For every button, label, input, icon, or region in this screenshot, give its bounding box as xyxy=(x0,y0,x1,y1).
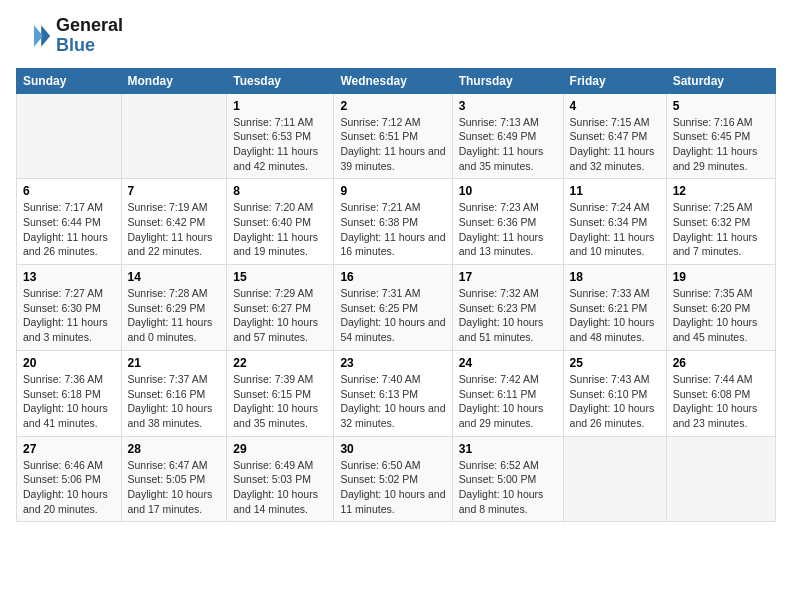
calendar-cell xyxy=(121,93,227,179)
calendar-cell xyxy=(563,436,666,522)
calendar-cell: 22 Sunrise: 7:39 AMSunset: 6:15 PMDaylig… xyxy=(227,350,334,436)
calendar-cell: 15 Sunrise: 7:29 AMSunset: 6:27 PMDaylig… xyxy=(227,265,334,351)
calendar-cell: 30 Sunrise: 6:50 AMSunset: 5:02 PMDaylig… xyxy=(334,436,452,522)
day-number: 12 xyxy=(673,184,769,198)
calendar-cell: 4 Sunrise: 7:15 AMSunset: 6:47 PMDayligh… xyxy=(563,93,666,179)
calendar-cell: 12 Sunrise: 7:25 AMSunset: 6:32 PMDaylig… xyxy=(666,179,775,265)
day-info: Sunrise: 7:28 AMSunset: 6:29 PMDaylight:… xyxy=(128,286,221,345)
day-info: Sunrise: 7:42 AMSunset: 6:11 PMDaylight:… xyxy=(459,372,557,431)
calendar-cell: 25 Sunrise: 7:43 AMSunset: 6:10 PMDaylig… xyxy=(563,350,666,436)
day-info: Sunrise: 6:47 AMSunset: 5:05 PMDaylight:… xyxy=(128,458,221,517)
calendar-cell xyxy=(17,93,122,179)
day-number: 25 xyxy=(570,356,660,370)
day-info: Sunrise: 6:50 AMSunset: 5:02 PMDaylight:… xyxy=(340,458,445,517)
calendar-cell: 20 Sunrise: 7:36 AMSunset: 6:18 PMDaylig… xyxy=(17,350,122,436)
calendar-cell: 18 Sunrise: 7:33 AMSunset: 6:21 PMDaylig… xyxy=(563,265,666,351)
day-number: 24 xyxy=(459,356,557,370)
weekday-header-row: SundayMondayTuesdayWednesdayThursdayFrid… xyxy=(17,68,776,93)
logo: General Blue xyxy=(16,16,123,56)
day-number: 30 xyxy=(340,442,445,456)
day-info: Sunrise: 6:49 AMSunset: 5:03 PMDaylight:… xyxy=(233,458,327,517)
day-info: Sunrise: 7:13 AMSunset: 6:49 PMDaylight:… xyxy=(459,115,557,174)
calendar-cell: 17 Sunrise: 7:32 AMSunset: 6:23 PMDaylig… xyxy=(452,265,563,351)
day-info: Sunrise: 7:12 AMSunset: 6:51 PMDaylight:… xyxy=(340,115,445,174)
weekday-header-friday: Friday xyxy=(563,68,666,93)
day-number: 2 xyxy=(340,99,445,113)
day-number: 11 xyxy=(570,184,660,198)
weekday-header-saturday: Saturday xyxy=(666,68,775,93)
day-number: 1 xyxy=(233,99,327,113)
day-number: 5 xyxy=(673,99,769,113)
day-number: 27 xyxy=(23,442,115,456)
calendar-cell xyxy=(666,436,775,522)
day-number: 22 xyxy=(233,356,327,370)
day-number: 19 xyxy=(673,270,769,284)
calendar-week-2: 6 Sunrise: 7:17 AMSunset: 6:44 PMDayligh… xyxy=(17,179,776,265)
day-number: 31 xyxy=(459,442,557,456)
day-number: 26 xyxy=(673,356,769,370)
day-info: Sunrise: 7:25 AMSunset: 6:32 PMDaylight:… xyxy=(673,200,769,259)
calendar-cell: 24 Sunrise: 7:42 AMSunset: 6:11 PMDaylig… xyxy=(452,350,563,436)
day-number: 20 xyxy=(23,356,115,370)
calendar-cell: 27 Sunrise: 6:46 AMSunset: 5:06 PMDaylig… xyxy=(17,436,122,522)
day-info: Sunrise: 7:17 AMSunset: 6:44 PMDaylight:… xyxy=(23,200,115,259)
day-number: 23 xyxy=(340,356,445,370)
day-number: 13 xyxy=(23,270,115,284)
calendar-week-3: 13 Sunrise: 7:27 AMSunset: 6:30 PMDaylig… xyxy=(17,265,776,351)
calendar-cell: 1 Sunrise: 7:11 AMSunset: 6:53 PMDayligh… xyxy=(227,93,334,179)
day-info: Sunrise: 7:35 AMSunset: 6:20 PMDaylight:… xyxy=(673,286,769,345)
day-number: 17 xyxy=(459,270,557,284)
logo-text: General Blue xyxy=(56,16,123,56)
day-number: 3 xyxy=(459,99,557,113)
calendar-cell: 13 Sunrise: 7:27 AMSunset: 6:30 PMDaylig… xyxy=(17,265,122,351)
calendar-week-1: 1 Sunrise: 7:11 AMSunset: 6:53 PMDayligh… xyxy=(17,93,776,179)
logo-icon xyxy=(16,18,52,54)
day-info: Sunrise: 7:24 AMSunset: 6:34 PMDaylight:… xyxy=(570,200,660,259)
day-info: Sunrise: 7:23 AMSunset: 6:36 PMDaylight:… xyxy=(459,200,557,259)
calendar-cell: 10 Sunrise: 7:23 AMSunset: 6:36 PMDaylig… xyxy=(452,179,563,265)
calendar-table: SundayMondayTuesdayWednesdayThursdayFrid… xyxy=(16,68,776,523)
day-info: Sunrise: 7:43 AMSunset: 6:10 PMDaylight:… xyxy=(570,372,660,431)
day-info: Sunrise: 7:32 AMSunset: 6:23 PMDaylight:… xyxy=(459,286,557,345)
day-info: Sunrise: 7:31 AMSunset: 6:25 PMDaylight:… xyxy=(340,286,445,345)
day-number: 18 xyxy=(570,270,660,284)
day-number: 4 xyxy=(570,99,660,113)
day-info: Sunrise: 7:33 AMSunset: 6:21 PMDaylight:… xyxy=(570,286,660,345)
day-info: Sunrise: 7:27 AMSunset: 6:30 PMDaylight:… xyxy=(23,286,115,345)
calendar-cell: 3 Sunrise: 7:13 AMSunset: 6:49 PMDayligh… xyxy=(452,93,563,179)
calendar-cell: 16 Sunrise: 7:31 AMSunset: 6:25 PMDaylig… xyxy=(334,265,452,351)
calendar-cell: 31 Sunrise: 6:52 AMSunset: 5:00 PMDaylig… xyxy=(452,436,563,522)
day-info: Sunrise: 7:29 AMSunset: 6:27 PMDaylight:… xyxy=(233,286,327,345)
day-number: 14 xyxy=(128,270,221,284)
day-info: Sunrise: 7:39 AMSunset: 6:15 PMDaylight:… xyxy=(233,372,327,431)
day-number: 6 xyxy=(23,184,115,198)
day-info: Sunrise: 7:16 AMSunset: 6:45 PMDaylight:… xyxy=(673,115,769,174)
day-info: Sunrise: 6:52 AMSunset: 5:00 PMDaylight:… xyxy=(459,458,557,517)
calendar-week-5: 27 Sunrise: 6:46 AMSunset: 5:06 PMDaylig… xyxy=(17,436,776,522)
day-info: Sunrise: 7:44 AMSunset: 6:08 PMDaylight:… xyxy=(673,372,769,431)
calendar-cell: 29 Sunrise: 6:49 AMSunset: 5:03 PMDaylig… xyxy=(227,436,334,522)
day-number: 10 xyxy=(459,184,557,198)
day-number: 28 xyxy=(128,442,221,456)
calendar-cell: 5 Sunrise: 7:16 AMSunset: 6:45 PMDayligh… xyxy=(666,93,775,179)
calendar-cell: 28 Sunrise: 6:47 AMSunset: 5:05 PMDaylig… xyxy=(121,436,227,522)
weekday-header-monday: Monday xyxy=(121,68,227,93)
day-info: Sunrise: 6:46 AMSunset: 5:06 PMDaylight:… xyxy=(23,458,115,517)
day-number: 29 xyxy=(233,442,327,456)
day-info: Sunrise: 7:19 AMSunset: 6:42 PMDaylight:… xyxy=(128,200,221,259)
day-info: Sunrise: 7:20 AMSunset: 6:40 PMDaylight:… xyxy=(233,200,327,259)
day-info: Sunrise: 7:37 AMSunset: 6:16 PMDaylight:… xyxy=(128,372,221,431)
calendar-cell: 21 Sunrise: 7:37 AMSunset: 6:16 PMDaylig… xyxy=(121,350,227,436)
calendar-cell: 19 Sunrise: 7:35 AMSunset: 6:20 PMDaylig… xyxy=(666,265,775,351)
calendar-cell: 6 Sunrise: 7:17 AMSunset: 6:44 PMDayligh… xyxy=(17,179,122,265)
day-info: Sunrise: 7:11 AMSunset: 6:53 PMDaylight:… xyxy=(233,115,327,174)
calendar-cell: 9 Sunrise: 7:21 AMSunset: 6:38 PMDayligh… xyxy=(334,179,452,265)
calendar-cell: 23 Sunrise: 7:40 AMSunset: 6:13 PMDaylig… xyxy=(334,350,452,436)
day-number: 16 xyxy=(340,270,445,284)
day-info: Sunrise: 7:40 AMSunset: 6:13 PMDaylight:… xyxy=(340,372,445,431)
weekday-header-thursday: Thursday xyxy=(452,68,563,93)
calendar-cell: 11 Sunrise: 7:24 AMSunset: 6:34 PMDaylig… xyxy=(563,179,666,265)
weekday-header-sunday: Sunday xyxy=(17,68,122,93)
weekday-header-wednesday: Wednesday xyxy=(334,68,452,93)
day-number: 8 xyxy=(233,184,327,198)
